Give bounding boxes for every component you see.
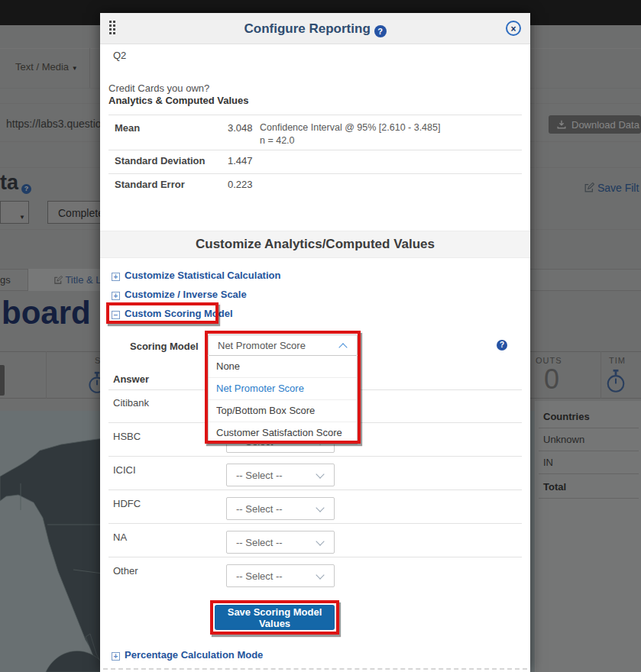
scoring-model-label: Scoring Model <box>130 341 199 352</box>
configure-reporting-dialog: Configure Reporting ? × Q2 Credit Cards … <box>100 13 530 672</box>
other-score-select[interactable]: -- Select -- <box>226 564 335 587</box>
select-placeholder: -- Select -- <box>236 537 283 548</box>
section-custom-scoring-model[interactable]: Custom Scoring Model <box>112 308 233 319</box>
section-label: Percentage Calculation Mode <box>125 649 263 661</box>
chevron-down-icon <box>316 503 324 512</box>
divider <box>108 557 522 557</box>
section-customize-statistical-calculation[interactable]: Customize Statistical Calculation <box>112 270 280 281</box>
screen: Text / Media https://labs3.questionpro D… <box>0 0 641 672</box>
chevron-down-icon <box>316 470 324 478</box>
scoring-model-selected-value: Net Promoter Score <box>218 340 306 351</box>
dialog-title: Configure Reporting ? <box>100 21 530 37</box>
stat-label: Mean <box>115 122 140 134</box>
divider <box>108 489 522 490</box>
sample-size-note: n = 42.0 <box>260 135 295 146</box>
analytics-heading: Analytics & Computed Values <box>108 95 249 106</box>
stat-value: 3.048 <box>228 122 253 134</box>
answer-row-label: NA <box>113 531 127 543</box>
option-net-promoter-score[interactable]: Net Promoter Score <box>209 377 357 399</box>
answer-row-label: Citibank <box>113 397 149 409</box>
chevron-down-icon <box>316 537 324 545</box>
divider <box>108 523 522 524</box>
section-label: Customize / Inverse Scale <box>125 289 247 300</box>
section-label: Custom Scoring Model <box>125 308 233 319</box>
answer-row-label: ICICI <box>113 464 136 476</box>
help-icon[interactable]: ? <box>497 340 507 351</box>
section-customize-inverse-scale[interactable]: Customize / Inverse Scale <box>112 289 247 300</box>
answer-row-label: Other <box>113 565 138 577</box>
confidence-interval-note: Confidence Interval @ 95% [2.610 - 3.485… <box>260 122 440 133</box>
answer-row-label: HDFC <box>113 498 141 509</box>
question-text: Credit Cards you own? <box>108 82 209 94</box>
na-score-select[interactable]: -- Select -- <box>226 531 335 554</box>
stat-value: 1.447 <box>228 155 253 166</box>
plus-icon <box>112 273 120 281</box>
scoring-model-options: None Net Promoter Score Top/Bottom Box S… <box>208 356 358 444</box>
divider <box>108 115 522 115</box>
help-icon[interactable]: ? <box>374 25 387 37</box>
chevron-up-icon <box>338 343 347 351</box>
select-placeholder: -- Select -- <box>236 570 283 582</box>
option-none[interactable]: None <box>209 356 357 377</box>
scoring-model-select[interactable]: Net Promoter Score <box>208 334 358 356</box>
answer-row-label: HSBC <box>113 431 141 442</box>
save-scoring-model-values-button[interactable]: Save Scoring Model Values <box>215 605 335 630</box>
minus-icon <box>112 311 120 319</box>
divider <box>108 150 522 150</box>
section-percentage-calculation-mode[interactable]: Percentage Calculation Mode <box>112 649 263 661</box>
question-code: Q2 <box>113 50 126 61</box>
chevron-down-icon <box>316 570 324 579</box>
option-customer-satisfaction-score[interactable]: Customer Satisfaction Score <box>209 422 357 444</box>
divider <box>108 456 522 457</box>
plus-icon <box>112 652 120 661</box>
option-top-bottom-box-score[interactable]: Top/Bottom Box Score <box>209 399 357 422</box>
close-icon[interactable]: × <box>506 21 521 36</box>
plus-icon <box>112 292 120 300</box>
divider <box>103 668 527 670</box>
stat-label: Standard Deviation <box>115 155 205 166</box>
hdfc-score-select[interactable]: -- Select -- <box>226 497 335 520</box>
stat-value: 0.223 <box>228 179 253 190</box>
select-placeholder: -- Select -- <box>236 470 283 481</box>
answer-header: Answer <box>113 373 149 385</box>
divider <box>108 173 522 174</box>
icici-score-select[interactable]: -- Select -- <box>226 464 335 486</box>
select-placeholder: -- Select -- <box>236 503 283 515</box>
section-label: Customize Statistical Calculation <box>125 270 280 281</box>
stat-label: Standard Error <box>115 179 185 190</box>
customize-heading: Customize Analytics/Computed Values <box>100 231 530 258</box>
